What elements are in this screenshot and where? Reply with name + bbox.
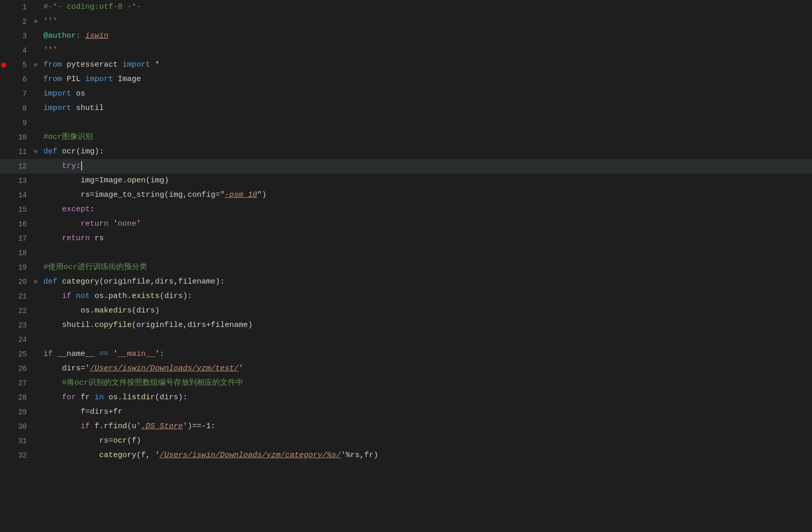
line-content: dirs='/Users/iswin/Downloads/yzm/test/' bbox=[39, 362, 812, 376]
line-content: for fr in os.listdir(dirs): bbox=[39, 390, 812, 405]
fold-indicator[interactable]: ⊖ bbox=[32, 275, 39, 289]
line-number: 13 bbox=[7, 174, 32, 188]
line-number: 16 bbox=[7, 217, 32, 231]
code-line-22: 22 os.makedirs(dirs) bbox=[0, 304, 812, 318]
fold-indicator bbox=[32, 419, 39, 434]
fold-indicator bbox=[32, 202, 39, 217]
code-line-10: 10#ocr图像识别 bbox=[0, 130, 812, 145]
code-line-13: 13 img=Image.open(img) bbox=[0, 174, 812, 188]
line-number: 6 bbox=[7, 72, 32, 87]
fold-indicator bbox=[32, 304, 39, 318]
fold-indicator bbox=[32, 231, 39, 246]
code-line-4: 4''' bbox=[0, 43, 812, 58]
code-line-24: 24 bbox=[0, 333, 812, 347]
code-line-12: 12 try: bbox=[0, 159, 812, 174]
line-content: from PIL import Image bbox=[39, 72, 812, 87]
code-line-9: 9 bbox=[0, 116, 812, 130]
line-content: @author: iswin bbox=[39, 29, 812, 43]
line-number: 7 bbox=[7, 87, 32, 101]
line-number: 5 bbox=[7, 58, 32, 72]
code-line-26: 26 dirs='/Users/iswin/Downloads/yzm/test… bbox=[0, 362, 812, 376]
line-number: 18 bbox=[7, 246, 32, 260]
line-content bbox=[39, 246, 812, 260]
line-content: ''' bbox=[39, 14, 812, 29]
code-line-17: 17 return rs bbox=[0, 231, 812, 246]
line-number: 2 bbox=[7, 14, 32, 29]
code-line-30: 30 if f.rfind(u'.DS_Store')==-1: bbox=[0, 419, 812, 434]
line-content: import os bbox=[39, 87, 812, 101]
line-number: 3 bbox=[7, 29, 32, 43]
fold-indicator bbox=[32, 0, 39, 14]
code-line-2: 2⊖''' bbox=[0, 14, 812, 29]
fold-indicator bbox=[32, 260, 39, 275]
fold-indicator bbox=[32, 289, 39, 304]
line-number: 31 bbox=[7, 434, 32, 448]
line-number: 8 bbox=[7, 101, 32, 116]
code-line-23: 23 shutil.copyfile(originfile,dirs+filen… bbox=[0, 318, 812, 333]
fold-indicator bbox=[32, 174, 39, 188]
code-line-7: 7import os bbox=[0, 87, 812, 101]
line-number: 17 bbox=[7, 231, 32, 246]
code-line-3: 3@author: iswin bbox=[0, 29, 812, 43]
fold-indicator bbox=[32, 159, 39, 174]
fold-indicator bbox=[32, 318, 39, 333]
line-content: img=Image.open(img) bbox=[39, 174, 812, 188]
fold-indicator[interactable]: ⊖ bbox=[32, 14, 39, 29]
code-line-19: 19#使用ocr进行训练街的预分类 bbox=[0, 260, 812, 275]
line-number: 22 bbox=[7, 304, 32, 318]
code-line-28: 28 for fr in os.listdir(dirs): bbox=[0, 390, 812, 405]
line-content: def ocr(img): bbox=[39, 145, 812, 159]
code-line-5: 5⊖from pytesseract import * bbox=[0, 58, 812, 72]
fold-indicator bbox=[32, 390, 39, 405]
fold-indicator bbox=[32, 101, 39, 116]
line-content: try: bbox=[39, 159, 812, 174]
fold-indicator bbox=[32, 43, 39, 58]
line-number: 21 bbox=[7, 289, 32, 304]
line-content: category(f, '/Users/iswin/Downloads/yzm/… bbox=[39, 448, 812, 463]
breakpoint-indicator bbox=[0, 58, 7, 72]
line-content bbox=[39, 333, 812, 347]
code-line-27: 27 #将ocr识别的文件按照数组编号存放到相应的文件中 bbox=[0, 376, 812, 390]
line-content: from pytesseract import * bbox=[39, 58, 812, 72]
fold-indicator[interactable]: ⊖ bbox=[32, 145, 39, 159]
line-number: 24 bbox=[7, 333, 32, 347]
fold-indicator bbox=[32, 29, 39, 43]
fold-indicator bbox=[32, 87, 39, 101]
line-content: def category(originfile,dirs,filename): bbox=[39, 275, 812, 289]
line-number: 20 bbox=[7, 275, 32, 289]
code-line-31: 31 rs=ocr(f) bbox=[0, 434, 812, 448]
line-number: 11 bbox=[7, 145, 32, 159]
line-number: 26 bbox=[7, 362, 32, 376]
fold-indicator bbox=[32, 434, 39, 448]
fold-indicator bbox=[32, 217, 39, 231]
line-content bbox=[39, 116, 812, 130]
code-editor[interactable]: 1#-*- coding:utf-8 -*-2⊖'''3@author: isw… bbox=[0, 0, 812, 532]
code-line-21: 21 if not os.path.exists(dirs): bbox=[0, 289, 812, 304]
line-content: #ocr图像识别 bbox=[39, 130, 812, 145]
line-number: 1 bbox=[7, 0, 32, 14]
code-line-8: 8import shutil bbox=[0, 101, 812, 116]
line-number: 30 bbox=[7, 419, 32, 434]
fold-indicator bbox=[32, 362, 39, 376]
line-content: except: bbox=[39, 202, 812, 217]
line-content: if __name__ == '__main__': bbox=[39, 347, 812, 362]
line-content: f=dirs+fr bbox=[39, 405, 812, 419]
fold-indicator bbox=[32, 333, 39, 347]
text-cursor bbox=[81, 161, 82, 170]
line-content: ''' bbox=[39, 43, 812, 58]
line-number: 25 bbox=[7, 347, 32, 362]
fold-indicator bbox=[32, 188, 39, 202]
fold-indicator bbox=[32, 376, 39, 390]
code-line-1: 1#-*- coding:utf-8 -*- bbox=[0, 0, 812, 14]
line-content: if f.rfind(u'.DS_Store')==-1: bbox=[39, 419, 812, 434]
line-content: if not os.path.exists(dirs): bbox=[39, 289, 812, 304]
fold-indicator[interactable]: ⊖ bbox=[32, 58, 39, 72]
line-content: import shutil bbox=[39, 101, 812, 116]
line-content: #-*- coding:utf-8 -*- bbox=[39, 0, 812, 14]
line-content: rs=ocr(f) bbox=[39, 434, 812, 448]
line-content: shutil.copyfile(originfile,dirs+filename… bbox=[39, 318, 812, 333]
fold-indicator bbox=[32, 130, 39, 145]
line-content: return 'none' bbox=[39, 217, 812, 231]
line-number: 4 bbox=[7, 43, 32, 58]
code-line-6: 6from PIL import Image bbox=[0, 72, 812, 87]
